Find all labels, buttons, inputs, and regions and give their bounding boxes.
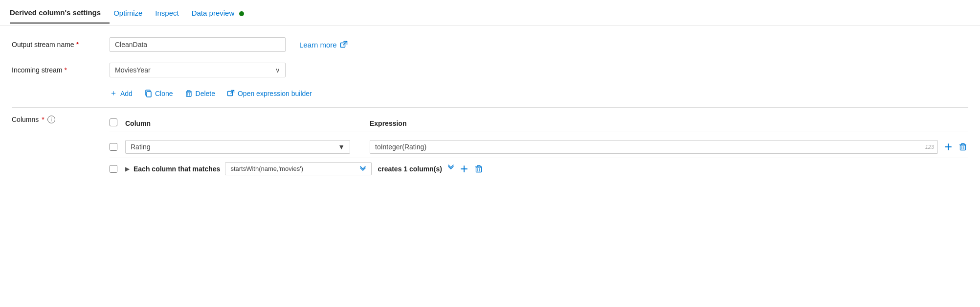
plus-icon: [944, 142, 953, 151]
add-button[interactable]: ＋ Add: [110, 88, 133, 98]
required-star-output: *: [76, 41, 79, 48]
tab-optimize-label: Optimize: [113, 9, 142, 17]
output-stream-row: Output stream name * Learn more: [12, 37, 968, 52]
match-row-actions: [447, 164, 484, 174]
expression-builder-button[interactable]: Open expression builder: [227, 90, 312, 97]
tab-settings-label: Derived column's settings: [10, 8, 101, 17]
match-row-checkbox[interactable]: [110, 165, 117, 173]
dropdown-chevron-icon: ∨: [275, 67, 280, 74]
tab-inspect[interactable]: Inspect: [155, 2, 187, 23]
match-row: ▶ Each column that matches startsWith(na…: [110, 158, 968, 179]
incoming-stream-label: Incoming stream *: [12, 66, 110, 74]
incoming-stream-row: Incoming stream * MoviesYear ∨: [12, 63, 968, 77]
collapse-icon: [359, 165, 366, 172]
columns-label: Columns * i: [12, 115, 110, 123]
svg-rect-2: [147, 92, 151, 97]
tab-optimize[interactable]: Optimize: [113, 2, 151, 23]
output-stream-label: Output stream name *: [12, 41, 110, 48]
select-all-checkbox[interactable]: [110, 118, 117, 126]
match-expression-value: startsWith(name,'movies'): [230, 165, 303, 172]
table-row: Rating ▼ 123: [110, 136, 968, 158]
clone-label: Clone: [155, 90, 173, 97]
external-link-icon: [340, 41, 348, 48]
output-stream-input[interactable]: [110, 37, 286, 52]
learn-more-link[interactable]: Learn more: [299, 41, 348, 49]
tab-inspect-label: Inspect: [155, 9, 178, 17]
match-row-checkbox-cell: [110, 165, 125, 173]
expand-arrow-icon[interactable]: ▶: [125, 165, 130, 172]
columns-toolbar: ＋ Add Clone Delete: [110, 88, 968, 98]
match-delete-button[interactable]: [473, 164, 484, 174]
tab-data-preview[interactable]: Data preview: [192, 2, 253, 23]
add-label: Add: [120, 90, 133, 97]
learn-more-label: Learn more: [299, 41, 337, 49]
each-column-matches-label: Each column that matches: [134, 165, 220, 173]
svg-rect-17: [476, 167, 481, 172]
header-checkbox-cell: [110, 118, 125, 128]
column-dropdown-value: Rating: [131, 143, 150, 151]
row-add-button[interactable]: [943, 142, 954, 152]
svg-rect-11: [960, 145, 966, 150]
incoming-stream-value: MoviesYear: [115, 66, 151, 74]
row-column-cell: Rating ▼: [125, 140, 370, 154]
add-icon: ＋: [110, 88, 117, 98]
expression-input-wrapper: 123: [370, 140, 938, 154]
clone-button[interactable]: Clone: [144, 90, 173, 97]
data-preview-status-dot: [239, 11, 244, 16]
column-header: Column: [125, 119, 370, 127]
required-star-columns: *: [42, 116, 44, 123]
column-dropdown[interactable]: Rating ▼: [125, 140, 350, 154]
table-header: Column Expression: [110, 115, 968, 132]
incoming-stream-dropdown[interactable]: MoviesYear ∨: [110, 63, 286, 77]
columns-section: Columns * i Column Expression: [12, 107, 968, 179]
svg-rect-7: [227, 91, 232, 95]
match-trash-icon: [474, 165, 483, 173]
match-add-button[interactable]: [459, 164, 469, 174]
delete-button[interactable]: Delete: [185, 90, 215, 97]
clone-icon: [144, 90, 152, 97]
row-checkbox-cell: [110, 143, 125, 151]
trash-icon: [958, 142, 967, 151]
main-content: Output stream name * Learn more Incoming…: [0, 25, 980, 179]
delete-icon: [185, 90, 193, 97]
expression-builder-label: Open expression builder: [238, 90, 312, 97]
creates-label: creates 1 column(s): [378, 165, 442, 173]
required-star-incoming: *: [64, 66, 67, 74]
info-icon[interactable]: i: [47, 116, 55, 123]
row-checkbox[interactable]: [110, 143, 117, 151]
match-plus-icon: [460, 165, 468, 173]
tab-data-preview-label: Data preview: [192, 9, 235, 17]
expression-header: Expression: [370, 119, 968, 127]
row-expression-cell: 123: [370, 140, 938, 154]
column-dropdown-chevron-icon: ▼: [338, 143, 345, 151]
expression-builder-icon: [227, 90, 235, 97]
match-expression-input[interactable]: startsWith(name,'movies'): [225, 162, 372, 175]
svg-rect-4: [186, 92, 191, 96]
expression-type-badge: 123: [925, 144, 934, 150]
tab-settings[interactable]: Derived column's settings: [10, 1, 110, 24]
delete-label: Delete: [196, 90, 215, 97]
expression-input[interactable]: [370, 140, 938, 154]
row-actions: [943, 142, 968, 152]
tab-bar: Derived column's settings Optimize Inspe…: [0, 0, 980, 25]
columns-table: Column Expression Rating ▼: [110, 115, 968, 179]
double-chevron-icon: [447, 164, 455, 172]
chevron-down-icon[interactable]: [447, 164, 455, 174]
row-delete-button[interactable]: [958, 142, 968, 152]
